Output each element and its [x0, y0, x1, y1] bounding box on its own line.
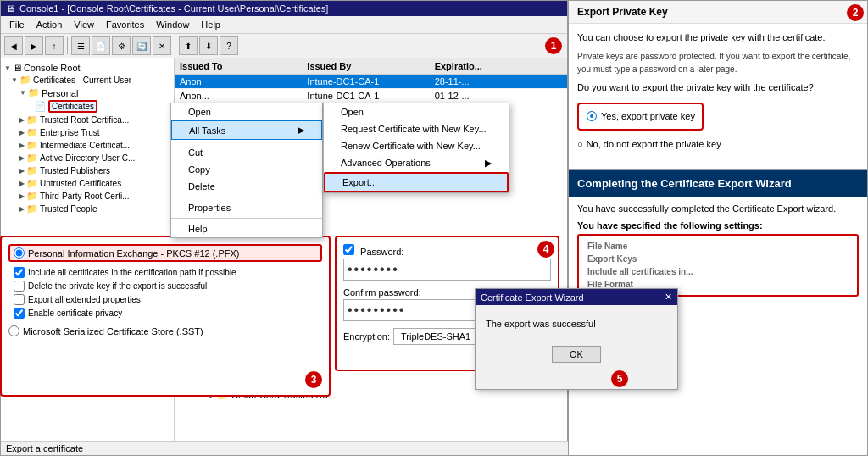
password-field: Password: ••••••••	[343, 244, 551, 281]
menu-action[interactable]: Action	[31, 18, 68, 31]
ctx-submenu-arrow: ▶	[298, 125, 304, 136]
setting-include: Include all certificates in...	[584, 266, 852, 277]
menu-help[interactable]: Help	[196, 18, 225, 31]
menu-window[interactable]: Window	[151, 18, 194, 31]
tree-trusted-people[interactable]: ▶ 📁 Trusted People	[1, 203, 174, 215]
pfx-main-option[interactable]: Personal Information Exchange - PKCS #12…	[8, 244, 322, 262]
checkbox-delete-key[interactable]	[14, 281, 25, 292]
yes-export-option[interactable]: ⦿ Yes, export private key	[577, 103, 704, 131]
tree-arrow-tr: ▶	[19, 116, 25, 124]
list-header: Issued To Issued By Expiratio...	[175, 58, 567, 75]
tree-trusted-publishers[interactable]: ▶ 📁 Trusted Publishers	[1, 164, 174, 177]
sub-renew[interactable]: Renew Certificate with New Key...	[324, 137, 509, 154]
sub-advanced-arrow: ▶	[485, 158, 492, 169]
ctx-all-tasks-label: All Tasks	[189, 125, 225, 136]
sub-request[interactable]: Request Certificate with New Key...	[324, 120, 509, 137]
setting-filename-key: File Name	[584, 241, 835, 252]
label-privacy: Enable certificate privacy	[28, 309, 122, 318]
tree-intermediate[interactable]: ▶ 📁 Intermediate Certificat...	[1, 139, 174, 152]
btn-properties[interactable]: ⚙	[112, 36, 131, 55]
btn-export[interactable]: ⬆	[179, 36, 198, 55]
btn-forward[interactable]: ▶	[25, 36, 43, 55]
ctx-help[interactable]: Help	[171, 220, 322, 237]
tree-enterprise-trust[interactable]: ▶ 📁 Enterprise Trust	[1, 126, 174, 139]
no-export-option[interactable]: ○ No, do not export the private key	[577, 137, 859, 152]
ctx-all-tasks[interactable]: All Tasks ▶	[171, 120, 322, 140]
context-menu: Open All Tasks ▶ Cut Copy Delete Propert…	[170, 103, 323, 238]
tree-arrow-uc: ▶	[19, 180, 25, 187]
pfx-main-label: Personal Information Exchange - PKCS #12…	[28, 248, 239, 259]
badge-1: 1	[545, 37, 562, 54]
tree-ad-user[interactable]: ▶ 📁 Active Directory User C...	[1, 152, 174, 164]
toolbar: ◀ ▶ ↑ ☰ 📄 ⚙ 🔄 ✕ ⬆ ⬇ ? 1	[1, 34, 567, 58]
tree-arrow-tp: ▶	[19, 167, 25, 175]
sub-open[interactable]: Open	[324, 103, 509, 120]
pfx-checkbox-1: Include all certificates in the certific…	[14, 267, 322, 278]
password-input[interactable]: ••••••••	[343, 259, 551, 281]
list-row-2[interactable]: Anon... Intune-DC1-CA-1 01-12-...	[175, 89, 567, 103]
dialog-message: The export was successful	[486, 319, 596, 329]
pfx-radio[interactable]	[14, 247, 25, 259]
menu-file[interactable]: File	[4, 18, 30, 31]
btn-help[interactable]: ?	[220, 36, 238, 55]
sub-advanced-label: Advanced Operations	[341, 158, 431, 169]
ctx-open[interactable]: Open	[171, 103, 322, 120]
untrusted-icon: 📁	[26, 178, 38, 189]
dialog-content: The export was successful	[476, 305, 677, 342]
ctx-cut[interactable]: Cut	[171, 144, 322, 161]
status-text: Export a certificate	[6, 443, 83, 453]
tree-arrow-people: ▶	[19, 205, 25, 213]
issued-to-2: Anon...	[180, 91, 307, 101]
completing-title: Completing the Certificate Export Wizard	[577, 177, 792, 190]
completing-desc: You have successfully completed the Cert…	[577, 203, 859, 214]
menu-favorites[interactable]: Favorites	[101, 18, 149, 31]
tree-untrusted[interactable]: ▶ 📁 Untrusted Certificates	[1, 177, 174, 190]
tree-label-trusted-people: Trusted People	[40, 204, 97, 214]
tree-label-untrusted: Untrusted Certificates	[40, 179, 121, 188]
setting-filename-val	[837, 241, 852, 252]
btn-refresh[interactable]: 🔄	[132, 36, 151, 55]
sub-advanced[interactable]: Advanced Operations ▶	[324, 154, 509, 172]
dialog-ok-button[interactable]: OK	[552, 346, 601, 363]
btn-delete[interactable]: ✕	[153, 36, 171, 55]
no-export-label: No, do not export the private key	[587, 137, 721, 152]
btn-new[interactable]: 📄	[92, 36, 110, 55]
checkbox-password[interactable]	[343, 244, 354, 255]
dialog-btn-row: OK	[476, 342, 677, 366]
pfx-panel: Personal Information Exchange - PKCS #12…	[0, 236, 331, 397]
tree-label-ad-user: Active Directory User C...	[40, 153, 135, 163]
pfx-checkbox-4: Enable certificate privacy	[14, 308, 322, 319]
tree-certificates-current-user[interactable]: ▼ 📁 Certificates - Current User	[1, 74, 174, 86]
badge-4: 4	[537, 241, 554, 258]
tree-personal[interactable]: ▼ 📁 Personal	[1, 86, 174, 99]
menu-view[interactable]: View	[69, 18, 99, 31]
tree-label-trusted-root: Trusted Root Certifica...	[40, 115, 129, 125]
ctx-properties[interactable]: Properties	[171, 199, 322, 216]
tree-third-party[interactable]: ▶ 📁 Third-Party Root Certi...	[1, 190, 174, 203]
tree-certificates[interactable]: ▶ 📄 Certificates	[1, 99, 174, 114]
sst-label: Microsoft Serialized Certificate Store (…	[23, 326, 203, 336]
encryption-label: Encryption:	[343, 331, 390, 342]
btn-back[interactable]: ◀	[4, 36, 23, 55]
tree-trusted-root[interactable]: ▶ 📁 Trusted Root Certifica...	[1, 114, 174, 126]
ctx-copy[interactable]: Copy	[171, 161, 322, 178]
checkbox-include-all[interactable]	[14, 267, 25, 278]
tree-console-root[interactable]: ▼ 🖥 Console Root	[1, 62, 174, 74]
sst-radio[interactable]	[8, 325, 19, 336]
btn-show-hide[interactable]: ☰	[71, 36, 90, 55]
badge-2: 2	[847, 4, 864, 21]
list-row-1[interactable]: Anon Intune-DC1-CA-1 28-11-...	[175, 75, 567, 89]
checkbox-extended[interactable]	[14, 294, 25, 305]
submenu: Open Request Certificate with New Key...…	[323, 103, 509, 193]
tree-label-cert-user: Certificates - Current User	[33, 75, 131, 85]
success-dialog: Certificate Export Wizard ✕ The export w…	[475, 288, 678, 390]
tree-label-enterprise-trust: Enterprise Trust	[40, 128, 100, 137]
export-key-note: Private keys are password protected. If …	[577, 50, 859, 75]
btn-import[interactable]: ⬇	[199, 36, 218, 55]
ctx-delete[interactable]: Delete	[171, 178, 322, 195]
dialog-close-icon[interactable]: ✕	[665, 292, 672, 303]
sub-export[interactable]: Export...	[324, 172, 509, 192]
checkbox-privacy[interactable]	[14, 308, 25, 319]
btn-up[interactable]: ↑	[45, 36, 64, 55]
tree-label-certificates: Certificates	[48, 100, 97, 113]
